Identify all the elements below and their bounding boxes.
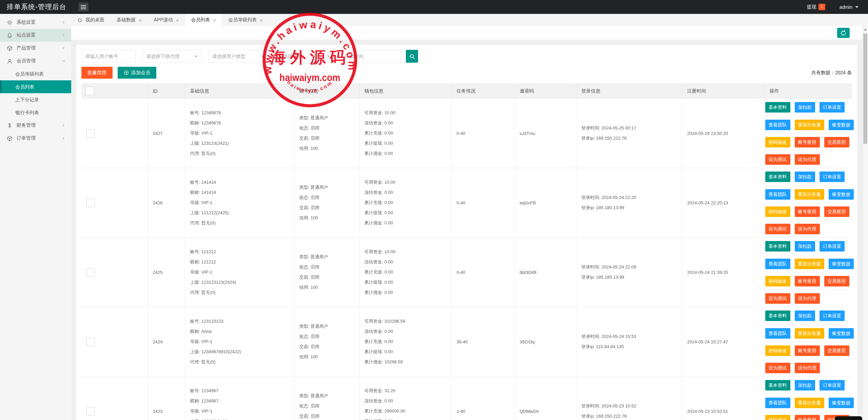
action-button[interactable]: 加扣款 [795, 241, 815, 252]
action-button[interactable]: 设为代理 [795, 293, 820, 304]
agent-select[interactable]: 请选择下级代理 [142, 50, 202, 63]
action-button[interactable]: 交易禁用 [824, 137, 849, 147]
action-button[interactable]: 加扣款 [795, 311, 815, 321]
action-button[interactable]: 订单设置 [820, 311, 845, 321]
action-button[interactable]: 查看团队 [765, 189, 790, 200]
row-checkbox[interactable] [86, 338, 95, 346]
action-button[interactable]: 账变数据 [829, 120, 854, 130]
action-button[interactable]: 基本资料 [765, 241, 790, 252]
tab-app-scroll[interactable]: APP滚动 × [148, 14, 185, 26]
sidebar-item-bank-card-list[interactable]: 银行卡列表 [0, 106, 71, 119]
action-button[interactable]: 设为代理 [795, 224, 820, 234]
action-button[interactable]: 设为测试 [765, 293, 790, 304]
action-button[interactable]: 基本资料 [765, 172, 790, 182]
sidebar-item-member-list[interactable]: 会员列表 [0, 80, 71, 93]
withdraw-link[interactable]: 提现 1 [807, 0, 825, 14]
action-button[interactable]: 查看团队 [765, 328, 790, 339]
start-date-input[interactable] [341, 50, 401, 63]
action-button[interactable]: 订单设置 [820, 241, 845, 252]
action-button[interactable]: 设为代理 [795, 363, 820, 373]
action-button[interactable]: 加扣款 [795, 172, 815, 182]
close-icon[interactable]: × [139, 18, 142, 23]
action-button[interactable]: 密码修改 [765, 137, 790, 147]
scrollbar-thumb[interactable] [863, 34, 867, 144]
action-button[interactable]: 订单设置 [820, 172, 845, 182]
action-button[interactable]: 订单设置 [820, 102, 845, 113]
search-button[interactable] [406, 50, 418, 63]
action-button[interactable]: 账号禁用 [795, 345, 820, 356]
hamburger-menu-icon[interactable] [78, 2, 88, 12]
action-button[interactable]: 设为代理 [795, 154, 820, 165]
sidebar-item-order-management[interactable]: 订单管理 [0, 132, 71, 145]
info-line: 累计充值: 0.00 [364, 128, 451, 138]
account-search-input[interactable] [81, 50, 136, 63]
action-button[interactable]: 交易禁用 [824, 276, 849, 286]
sidebar-item-site-settings[interactable]: 站点设置 [0, 29, 71, 42]
action-button[interactable]: 密码修改 [765, 206, 790, 217]
tab-member-list[interactable]: 会员列表 × [185, 14, 222, 26]
action-button[interactable]: 重置任务量 [795, 398, 825, 408]
vertical-scrollbar[interactable] [862, 26, 868, 420]
action-button[interactable]: 重置任务量 [795, 328, 825, 339]
scroll-up-arrow-icon[interactable] [864, 28, 867, 31]
action-button[interactable]: 交易禁用 [824, 345, 849, 356]
action-button[interactable]: 加扣款 [795, 102, 815, 113]
action-button[interactable]: 账号禁用 [795, 206, 820, 217]
sidebar-item-member-management[interactable]: 会员管理 [0, 55, 71, 67]
action-button[interactable]: 交易禁用 [824, 206, 849, 217]
batch-disable-button[interactable]: 批量禁用 [81, 67, 113, 79]
tab-member-level-list[interactable]: 会员等级列表 × [222, 14, 269, 26]
member-id-cell: 2423 [147, 377, 185, 420]
close-icon[interactable]: × [260, 18, 263, 23]
action-button[interactable]: 基本资料 [765, 311, 790, 321]
sidebar-item-up-down-records[interactable]: 上下分记录 [0, 93, 71, 106]
action-button[interactable]: 加扣款 [795, 380, 815, 391]
action-button[interactable]: 重置任务量 [795, 259, 825, 269]
invite-code-cell: QDMwGh [514, 377, 576, 420]
action-button[interactable]: 账变数据 [829, 189, 854, 200]
action-button[interactable]: 订单设置 [820, 380, 845, 391]
tab-my-desktop[interactable]: 我的桌面 [71, 14, 111, 26]
action-button[interactable]: 查看团队 [765, 259, 790, 269]
action-button[interactable]: 查看团队 [765, 398, 790, 408]
action-button[interactable]: 重置任务量 [795, 189, 825, 200]
sidebar-item-member-level-list[interactable]: 会员等级列表 [0, 67, 71, 80]
row-checkbox[interactable] [86, 407, 95, 416]
action-button[interactable]: 设为测试 [765, 224, 790, 234]
select-all-checkbox[interactable] [85, 87, 94, 95]
tab-basic-data[interactable]: 基础数据 × [111, 14, 148, 26]
action-button[interactable]: 密码修改 [765, 276, 790, 286]
action-button[interactable]: 密码修改 [765, 345, 790, 356]
task-status-cell: 0-40 [451, 238, 514, 307]
action-button[interactable]: 密码修改 [765, 415, 790, 420]
action-button[interactable]: 账号禁用 [795, 276, 820, 286]
user-menu[interactable]: admin [840, 0, 859, 14]
action-button[interactable]: 账变数据 [829, 328, 854, 339]
close-icon[interactable]: × [213, 18, 216, 23]
action-button-row: 设为测试设为代理 [765, 289, 849, 307]
action-button[interactable]: 基本资料 [765, 380, 790, 391]
status-select[interactable]: 请选择状态 [275, 50, 334, 63]
action-button[interactable]: 设为测试 [765, 363, 790, 373]
action-button[interactable]: 查看团队 [765, 120, 790, 130]
action-button[interactable]: 账号禁用 [795, 415, 820, 420]
user-type-select[interactable]: 请选择用户类型 [209, 50, 268, 63]
add-member-button[interactable]: 添加会员 [118, 67, 156, 79]
row-checkbox[interactable] [86, 268, 95, 277]
action-button[interactable]: 基本资料 [765, 102, 790, 113]
sidebar-item-finance-management[interactable]: 财务管理 [0, 119, 71, 132]
sidebar-item-product-management[interactable]: 产品管理 [0, 42, 71, 55]
action-button-row: 密码修改账号禁用交易禁用 [765, 203, 849, 220]
refresh-button[interactable] [837, 28, 850, 38]
action-button[interactable]: 设为测试 [765, 154, 790, 165]
sidebar-item-system-settings[interactable]: 系统设置 [0, 16, 71, 29]
close-icon[interactable]: × [176, 18, 179, 23]
action-button[interactable]: 重置任务量 [795, 120, 825, 130]
account-info-cell: 类型: 普通用户 状态: 启用 交易: 启用 信用: 100 [294, 238, 359, 307]
row-checkbox[interactable] [86, 129, 95, 138]
row-checkbox[interactable] [86, 199, 95, 207]
action-button[interactable]: 账变数据 [829, 259, 854, 269]
chevron-down-icon [261, 56, 264, 58]
action-button[interactable]: 账号禁用 [795, 137, 820, 147]
action-button[interactable]: 账变数据 [829, 398, 854, 408]
